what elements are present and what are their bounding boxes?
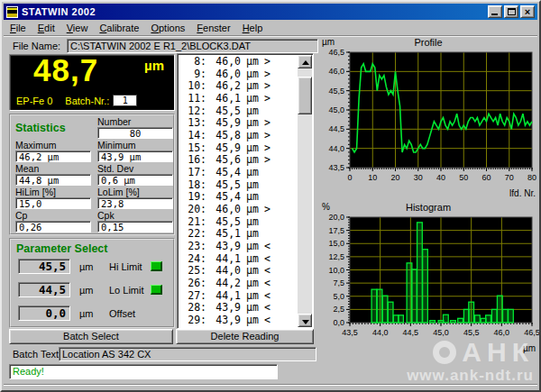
readings-scrollbar (298, 55, 312, 327)
minimize-button[interactable] (488, 5, 502, 18)
scroll-up-icon (302, 60, 309, 65)
list-item[interactable]: 19:45,4µm (179, 191, 298, 204)
lo-limit-field[interactable] (18, 282, 70, 297)
hi-limit-field[interactable] (18, 259, 70, 274)
stat-maximum-value: 46,2 µm (15, 150, 91, 162)
hi-limit-led-indicator (151, 261, 162, 271)
stat-hilim: HiLim [%] 15,0 (15, 187, 91, 210)
list-item[interactable]: 28:43,9µm< (179, 302, 298, 315)
file-name-field[interactable] (67, 39, 318, 53)
batch-select-button[interactable]: Batch Select (9, 329, 173, 344)
list-item[interactable]: 15:45,9µm> (179, 142, 298, 155)
stat-lolim-value: 23,8 (97, 197, 173, 209)
svg-text:7,5: 7,5 (333, 278, 344, 287)
maximize-icon (508, 8, 516, 15)
stat-hilim-value: 15,0 (15, 197, 91, 209)
svg-text:0,0: 0,0 (333, 318, 344, 327)
measurement-unit: µm (144, 58, 164, 73)
batch-text-label: Batch Text: (13, 349, 61, 360)
list-item[interactable]: 8:46,0µm> (179, 56, 298, 68)
stat-cpk-value: 0,15 (97, 221, 173, 232)
list-item[interactable]: 13:45,9µm> (179, 117, 298, 130)
histogram-x-unit-label: µm (523, 343, 536, 353)
titlebar: STATWIN 2002 × (4, 4, 537, 20)
stat-minimum: Minimum 43,9 µm (97, 141, 173, 163)
list-item[interactable]: 29:43,9µm< (179, 315, 298, 326)
svg-text:50: 50 (459, 173, 468, 182)
svg-text:46,5: 46,5 (524, 328, 539, 337)
svg-text:5,0: 5,0 (333, 292, 344, 301)
menu-options[interactable]: Options (151, 23, 185, 33)
statistics-title: Statistics (15, 117, 91, 140)
list-item[interactable]: 14:45,8µm> (179, 130, 298, 142)
menu-calibrate[interactable]: Calibrate (99, 23, 139, 33)
svg-text:60: 60 (481, 173, 491, 182)
readings-list-rows: 8:46,0µm>9:46,0µm>10:46,2µm>11:46,1µm>12… (179, 56, 298, 326)
list-item[interactable]: 26:44,2µm< (179, 278, 298, 290)
svg-text:70: 70 (505, 173, 514, 182)
list-item[interactable]: 22:45,1µm (179, 228, 298, 241)
stat-stddev: Std. Dev 0,6 µm (97, 164, 173, 187)
profile-x-unit-label: lfd. Nr. (509, 188, 536, 198)
lo-limit-label: Lo Limit (109, 285, 144, 296)
menu-edit[interactable]: Edit (38, 23, 55, 33)
list-item[interactable]: 10:46,2µm> (179, 80, 298, 93)
svg-text:45,0: 45,0 (433, 328, 449, 337)
menu-file[interactable]: File (10, 23, 26, 33)
list-item[interactable]: 20:46,0µm> (179, 204, 298, 216)
parameter-select-panel: Parameter Select µm Hi Limit µm Lo Limit… (9, 238, 175, 328)
delete-reading-button[interactable]: Delete Reading (176, 329, 314, 344)
svg-text:20,0: 20,0 (328, 214, 344, 222)
scrollbar-thumb[interactable] (298, 77, 312, 114)
close-button[interactable]: × (520, 5, 535, 18)
scroll-up-button[interactable] (298, 55, 312, 68)
bottom-divider (4, 385, 537, 388)
profile-chart-title: Profile (317, 37, 539, 48)
batch-text-field[interactable] (59, 347, 316, 361)
list-item[interactable]: 21:45,5µm (179, 216, 298, 229)
batch-nr-input[interactable] (113, 95, 137, 106)
svg-text:40: 40 (436, 173, 445, 182)
svg-text:44,5: 44,5 (403, 328, 419, 337)
stat-mean-value: 44,8 µm (15, 174, 91, 186)
list-item[interactable]: 27:44,1µm< (179, 290, 298, 303)
minimize-icon (491, 14, 498, 15)
histogram-chart-panel: % Histogram 43,544,044,545,045,546,046,5… (317, 202, 539, 353)
stat-number: Number 80 (97, 117, 173, 140)
menu-view[interactable]: View (67, 23, 88, 33)
window-title: STATWIN 2002 (22, 6, 486, 17)
menu-help[interactable]: Help (243, 23, 263, 33)
svg-text:43,5: 43,5 (328, 163, 344, 172)
list-item[interactable]: 18:45,5µm (179, 179, 298, 192)
stat-cp: Cp 0,26 (15, 211, 91, 233)
lo-limit-unit: µm (79, 285, 94, 296)
lo-limit-row: µm Lo Limit (16, 280, 168, 304)
offset-field[interactable] (18, 305, 70, 321)
profile-chart: 0102030405060708043,544,044,545,045,546,… (317, 49, 539, 186)
svg-text:2,5: 2,5 (333, 305, 344, 314)
hi-limit-row: µm Hi Limit (16, 257, 168, 280)
menu-fenster[interactable]: Fenster (197, 23, 230, 33)
list-item[interactable]: 25:44,0µm< (179, 265, 298, 278)
list-item[interactable]: 9:46,0µm> (179, 68, 298, 81)
list-item[interactable]: 24:44,1µm< (179, 253, 298, 266)
maximize-button[interactable] (504, 5, 518, 18)
svg-text:43,5: 43,5 (342, 328, 358, 337)
stat-number-value: 80 (97, 127, 173, 139)
list-item[interactable]: 11:46,1µm> (179, 93, 298, 105)
offset-unit: µm (79, 308, 94, 319)
readings-list: 8:46,0µm>9:46,0µm>10:46,2µm>11:46,1µm>12… (177, 53, 314, 329)
scroll-down-button[interactable] (298, 314, 312, 327)
lo-limit-led-indicator (151, 285, 162, 295)
offset-label: Offset (109, 308, 135, 319)
svg-text:17,5: 17,5 (328, 226, 344, 235)
list-item[interactable]: 12:45,5µm (179, 105, 298, 118)
app-icon[interactable] (6, 6, 18, 18)
stat-lolim: LoLim [%] 23,8 (97, 187, 173, 210)
list-item[interactable]: 16:45,6µm> (179, 154, 298, 167)
svg-text:46,0: 46,0 (494, 328, 510, 337)
list-item[interactable]: 17:45,4µm (179, 167, 298, 179)
svg-text:80: 80 (527, 173, 536, 182)
list-item[interactable]: 23:43,9µm< (179, 241, 298, 253)
file-name-label: File Name: (13, 41, 60, 51)
